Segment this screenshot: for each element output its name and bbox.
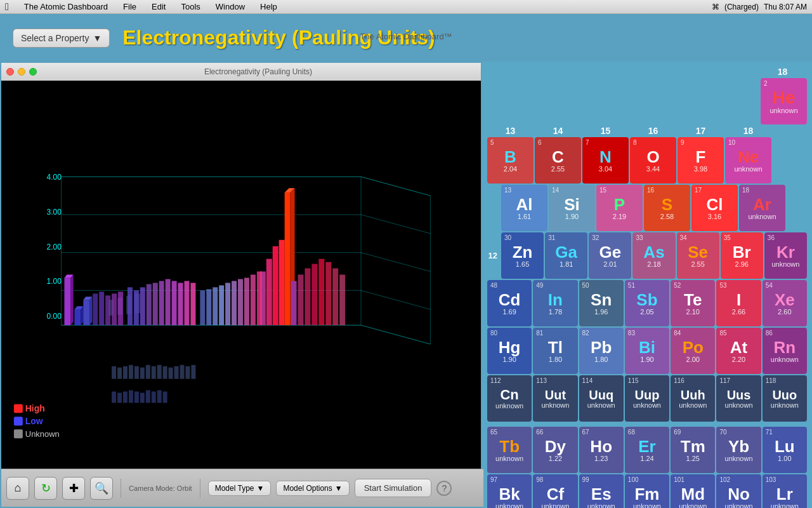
element-Er[interactable]: 68 Er 1.24 [625, 427, 669, 473]
element-Lr[interactable]: 103 Lr unknown [763, 474, 807, 508]
element-Xe[interactable]: 54 Xe 2.60 [763, 280, 807, 326]
svg-rect-82 [123, 392, 128, 403]
menu-window[interactable]: Window [213, 2, 247, 11]
menu-tools[interactable]: Tools [178, 2, 202, 11]
element-Fm[interactable]: 100 Fm unknown [625, 474, 669, 508]
separator [121, 479, 121, 498]
element-Bk[interactable]: 97 Bk unknown [487, 474, 532, 508]
element-Ge[interactable]: 32 Ge 2.01 [589, 232, 631, 279]
element-Tb[interactable]: 65 Tb unknown [487, 427, 532, 473]
element-Hg[interactable]: 80 Hg 1.90 [487, 328, 532, 374]
help-button[interactable]: ? [436, 481, 452, 496]
svg-rect-49 [273, 246, 278, 325]
element-Bi[interactable]: 83 Bi 1.90 [625, 328, 669, 374]
clock: Thu 8:07 AM [764, 3, 807, 11]
element-Sn[interactable]: 50 Sn 1.96 [579, 280, 624, 326]
element-I[interactable]: 53 I 2.66 [716, 280, 761, 326]
svg-rect-63 [251, 275, 256, 326]
element-Kr[interactable]: 36 Kr unknown [764, 232, 807, 279]
svg-rect-86 [146, 391, 150, 403]
element-Es[interactable]: 99 Es unknown [579, 474, 624, 508]
svg-rect-96 [339, 275, 345, 326]
svg-marker-29 [70, 275, 73, 326]
element-In[interactable]: 49 In 1.78 [533, 280, 577, 326]
start-simulation-button[interactable]: Start Simulation [355, 479, 432, 497]
svg-rect-45 [184, 281, 189, 325]
element-Uuq[interactable]: 114 Uuq unknown [579, 375, 624, 422]
svg-rect-95 [332, 269, 338, 326]
apple-menu[interactable]:  [5, 1, 9, 13]
element-Md[interactable]: 101 Md unknown [671, 474, 715, 508]
maximize-button[interactable] [29, 68, 37, 76]
search-button[interactable]: 🔍 [90, 477, 113, 500]
minimize-button[interactable] [18, 68, 25, 76]
menu-edit[interactable]: Edit [149, 2, 168, 11]
model-type-button[interactable]: Model Type ▼ [208, 481, 272, 496]
svg-text:Low: Low [25, 416, 43, 426]
element-Cf[interactable]: 98 Cf unknown [533, 474, 577, 508]
dropdown-arrow-icon: ▼ [93, 33, 102, 43]
menu-help[interactable]: Help [258, 2, 280, 11]
element-Uuo[interactable]: 118 Uuo unknown [763, 375, 807, 422]
element-N[interactable]: 7 N 3.04 [582, 137, 629, 184]
element-Cl[interactable]: 17 Cl 3.16 [691, 185, 738, 231]
element-Ar[interactable]: 18 Ar unknown [739, 185, 785, 231]
gh-13: 13 [487, 126, 534, 136]
element-No[interactable]: 102 No unknown [716, 474, 761, 508]
element-Rn[interactable]: 86 Rn unknown [763, 328, 807, 374]
element-Lu[interactable]: 71 Lu 1.00 [763, 427, 807, 473]
element-Ne[interactable]: 10 Ne unknown [725, 137, 771, 184]
svg-rect-39 [147, 284, 152, 325]
svg-rect-104 [14, 417, 23, 425]
home-button[interactable]: ⌂ [6, 477, 29, 500]
rotate-button[interactable]: ↻ [34, 477, 57, 500]
element-Uuh[interactable]: 116 Uuh unknown [671, 375, 715, 422]
svg-rect-93 [318, 259, 324, 325]
chart-area[interactable]: 4.00 3.00 2.00 1.00 0.00 [1, 81, 481, 469]
svg-rect-78 [185, 366, 190, 379]
element-Sb[interactable]: 51 Sb 2.05 [625, 280, 669, 326]
element-Ga[interactable]: 31 Ga 1.81 [545, 232, 587, 279]
element-At[interactable]: 85 At 2.20 [716, 328, 761, 374]
element-B[interactable]: 5 B 2.04 [487, 137, 534, 184]
element-As[interactable]: 33 As 2.18 [632, 232, 675, 279]
element-Te[interactable]: 52 Te 2.10 [671, 280, 715, 326]
element-Br[interactable]: 35 Br 2.96 [721, 232, 763, 279]
element-Dy[interactable]: 66 Dy 1.22 [533, 427, 577, 473]
element-Tl[interactable]: 81 Tl 1.80 [533, 328, 577, 374]
element-Uus[interactable]: 117 Uus unknown [716, 375, 761, 422]
svg-marker-35 [89, 297, 92, 325]
element-Po[interactable]: 84 Po 2.00 [671, 328, 715, 374]
element-Al[interactable]: 13 Al 1.61 [501, 185, 547, 231]
svg-rect-61 [238, 279, 243, 325]
element-S[interactable]: 16 S 2.58 [644, 185, 690, 231]
element-Tm[interactable]: 69 Tm 1.25 [671, 427, 715, 473]
element-Ho[interactable]: 67 Ho 1.23 [579, 427, 624, 473]
element-Zn[interactable]: 30 Zn 1.65 [501, 232, 544, 279]
element-Si[interactable]: 14 Si 1.90 [549, 185, 595, 231]
select-property-button[interactable]: Select a Property ▼ [13, 29, 110, 48]
element-Uut[interactable]: 113 Uut unknown [533, 375, 577, 422]
close-button[interactable] [6, 68, 14, 76]
svg-rect-51 [285, 192, 291, 325]
element-P[interactable]: 15 P 2.19 [596, 185, 643, 231]
separator2 [200, 479, 200, 498]
element-Uup[interactable]: 115 Uup unknown [625, 375, 669, 422]
element-Yb[interactable]: 70 Yb unknown [716, 427, 761, 473]
svg-rect-56 [206, 289, 211, 325]
svg-text:3.00: 3.00 [47, 208, 62, 217]
element-Pb[interactable]: 82 Pb 1.80 [579, 328, 624, 374]
element-He[interactable]: 2 He unknown [761, 78, 807, 124]
menu-file[interactable]: File [121, 2, 139, 11]
element-Se[interactable]: 34 Se 2.55 [677, 232, 719, 279]
svg-rect-27 [64, 277, 70, 325]
element-Cn[interactable]: 112 Cn unknown [487, 375, 532, 422]
model-options-button[interactable]: Model Options ▼ [276, 481, 349, 496]
element-C[interactable]: 6 C 2.55 [535, 137, 581, 184]
element-Cd[interactable]: 48 Cd 1.69 [487, 280, 532, 326]
element-O[interactable]: 8 O 3.44 [630, 137, 676, 184]
element-F[interactable]: 9 F 3.98 [678, 137, 724, 184]
move-button[interactable]: ✚ [62, 477, 85, 500]
dropdown-arrow2-icon: ▼ [257, 484, 265, 493]
svg-rect-102 [14, 404, 23, 413]
